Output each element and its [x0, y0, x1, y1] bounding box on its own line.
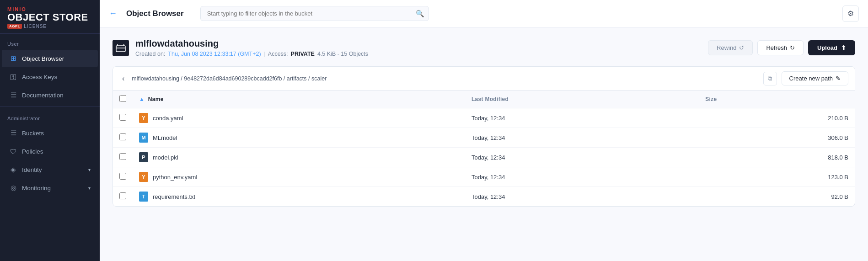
- select-all-checkbox[interactable]: [119, 95, 126, 102]
- sidebar-item-buckets[interactable]: ☰ Buckets: [2, 124, 98, 142]
- sidebar-item-label-object-browser: Object Browser: [22, 55, 64, 62]
- logo-license: AGPL LICENSE: [7, 24, 92, 29]
- settings-button[interactable]: ⚙: [842, 5, 859, 22]
- created-date: Thu, Jun 08 2023 12:33:17 (GMT+2): [168, 51, 261, 57]
- path-bar: ‹ mlflowdatahousing / 9e48272da6d84ad690…: [113, 67, 855, 91]
- user-section-label: User: [0, 34, 100, 49]
- admin-section-label: Administrator: [0, 108, 100, 124]
- file-name-0[interactable]: conda.yaml: [153, 115, 183, 122]
- sidebar-item-label-buckets: Buckets: [22, 130, 44, 137]
- sidebar-item-label-access-keys: Access Keys: [22, 74, 57, 80]
- refresh-button[interactable]: Refresh ↻: [757, 40, 804, 55]
- row-checkbox-cell-0: [113, 108, 133, 128]
- bucket-icon: [113, 40, 129, 56]
- row-checkbox-0[interactable]: [119, 114, 126, 121]
- file-icon-4: T: [139, 192, 148, 202]
- file-icon-1: M: [139, 133, 148, 143]
- table-row: T requirements.txt Today, 12:34 92.0 B: [113, 187, 855, 207]
- sort-asc-icon: ▲: [139, 96, 145, 102]
- identity-icon: ◈: [9, 165, 17, 174]
- rewind-button[interactable]: Rewind ↺: [708, 40, 753, 55]
- col-last-modified-header[interactable]: Last Modified: [465, 91, 699, 108]
- table-row: M MLmodel Today, 12:34 306.0 B: [113, 128, 855, 148]
- row-modified-cell-4: Today, 12:34: [465, 187, 699, 207]
- object-browser-icon: ⊞: [9, 54, 17, 63]
- monitoring-icon: ◎: [9, 184, 17, 192]
- sidebar-item-label-policies: Policies: [22, 148, 43, 155]
- upload-button[interactable]: Upload ⬆: [808, 40, 855, 55]
- search-bar: 🔍: [200, 6, 429, 21]
- row-modified-cell-1: Today, 12:34: [465, 128, 699, 148]
- svg-rect-0: [116, 46, 125, 52]
- logo-badge: AGPL: [7, 24, 22, 29]
- sidebar-logo: MINIO OBJECT STORE AGPL LICENSE: [0, 0, 100, 34]
- path-back-button[interactable]: ‹: [119, 74, 127, 84]
- sidebar-item-policies[interactable]: 🛡 Policies: [2, 143, 98, 160]
- bucket-actions: Rewind ↺ Refresh ↻ Upload ⬆: [708, 40, 855, 55]
- col-last-modified-label: Last Modified: [472, 96, 509, 102]
- file-table: ▲ Name Last Modified Size: [113, 91, 855, 206]
- file-icon-2: P: [139, 152, 148, 162]
- row-checkbox-cell-1: [113, 128, 133, 148]
- row-size-cell-0: 210.0 B: [699, 108, 855, 128]
- sidebar-item-documentation[interactable]: ☰ Documentation: [2, 86, 98, 104]
- bucket-header: mlflowdatahousing Created on: Thu, Jun 0…: [113, 38, 855, 57]
- file-icon-0: Y: [139, 113, 148, 123]
- rewind-label: Rewind: [717, 44, 736, 51]
- file-browser: ‹ mlflowdatahousing / 9e48272da6d84ad690…: [113, 66, 855, 207]
- sidebar-item-object-browser[interactable]: ⊞ Object Browser: [2, 50, 98, 67]
- row-modified-cell-2: Today, 12:34: [465, 148, 699, 167]
- create-new-path-button[interactable]: Create new path ✎: [782, 71, 848, 85]
- file-table-body: Y conda.yaml Today, 12:34 210.0 B M MLmo…: [113, 108, 855, 207]
- file-name-2[interactable]: model.pkl: [153, 154, 178, 161]
- main-content: ← Object Browser 🔍 ⚙ mlflowdatahousing C…: [100, 0, 868, 261]
- breadcrumb-back-arrow[interactable]: ←: [109, 9, 117, 18]
- row-checkbox-cell-3: [113, 167, 133, 187]
- row-size-cell-4: 92.0 B: [699, 187, 855, 207]
- file-name-1[interactable]: MLmodel: [153, 134, 177, 141]
- bucket-size: 4.5 KiB - 15 Objects: [317, 51, 368, 57]
- select-all-cell: [113, 91, 133, 108]
- row-checkbox-2[interactable]: [119, 153, 126, 160]
- policies-icon: 🛡: [9, 147, 17, 155]
- access-label: Access:: [268, 51, 288, 57]
- row-checkbox-1[interactable]: [119, 133, 126, 140]
- identity-expand-icon: ▾: [88, 167, 91, 172]
- row-checkbox-cell-2: [113, 148, 133, 167]
- bucket-meta: Created on: Thu, Jun 08 2023 12:33:17 (G…: [135, 51, 368, 57]
- sidebar: MINIO OBJECT STORE AGPL LICENSE User ⊞ O…: [0, 0, 100, 261]
- row-name-cell-4: T requirements.txt: [133, 187, 465, 207]
- row-checkbox-4[interactable]: [119, 192, 126, 199]
- upload-label: Upload: [817, 44, 837, 51]
- col-size-header[interactable]: Size: [699, 91, 855, 108]
- search-icon: 🔍: [416, 10, 424, 18]
- search-input[interactable]: [200, 6, 429, 21]
- row-checkbox-3[interactable]: [119, 173, 126, 180]
- created-label: Created on:: [135, 51, 165, 57]
- content-area: mlflowdatahousing Created on: Thu, Jun 0…: [100, 27, 868, 261]
- copy-path-button[interactable]: ⧉: [763, 72, 777, 85]
- copy-icon: ⧉: [768, 75, 772, 82]
- sidebar-item-identity[interactable]: ◈ Identity ▾: [2, 161, 98, 178]
- bucket-info: mlflowdatahousing Created on: Thu, Jun 0…: [135, 38, 368, 57]
- page-title: Object Browser: [126, 9, 184, 18]
- row-checkbox-cell-4: [113, 187, 133, 207]
- sidebar-item-label-monitoring: Monitoring: [22, 185, 51, 192]
- sidebar-item-access-keys[interactable]: ⚿ Access Keys: [2, 68, 98, 85]
- col-name-header[interactable]: ▲ Name: [133, 91, 465, 108]
- row-size-cell-1: 306.0 B: [699, 128, 855, 148]
- sidebar-item-monitoring[interactable]: ◎ Monitoring ▾: [2, 179, 98, 197]
- access-value: PRIVATE: [291, 51, 315, 57]
- row-size-cell-2: 818.0 B: [699, 148, 855, 167]
- logo-object-store-text: OBJECT STORE: [7, 12, 92, 23]
- monitoring-expand-icon: ▾: [88, 186, 91, 191]
- bucket-name: mlflowdatahousing: [135, 38, 368, 49]
- table-row: Y python_env.yaml Today, 12:34 123.0 B: [113, 167, 855, 187]
- upload-icon: ⬆: [841, 44, 846, 51]
- row-name-cell-2: P model.pkl: [133, 148, 465, 167]
- file-name-4[interactable]: requirements.txt: [153, 193, 195, 200]
- file-icon-3: Y: [139, 172, 148, 182]
- sidebar-divider: [0, 106, 100, 107]
- create-path-label: Create new path: [789, 75, 833, 82]
- file-name-3[interactable]: python_env.yaml: [153, 174, 197, 181]
